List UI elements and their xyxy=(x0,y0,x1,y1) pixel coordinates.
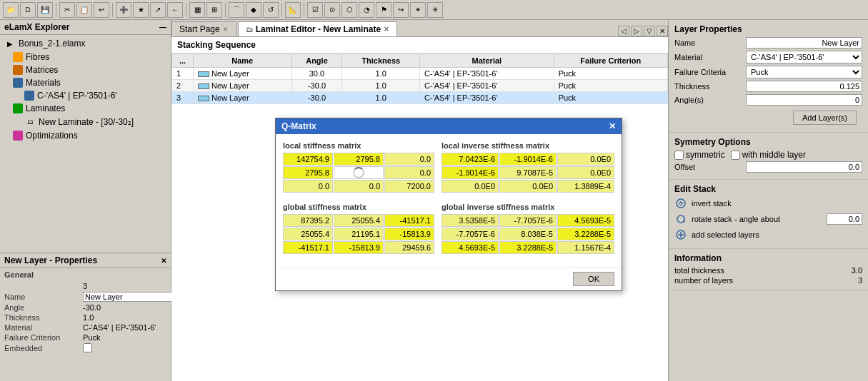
props-input-name[interactable] xyxy=(83,292,186,302)
invert-stack-item[interactable]: invert stack xyxy=(674,197,862,210)
total-thickness-label: total thickness xyxy=(674,266,834,275)
rp-material-select[interactable]: C-'AS4' | EP-'3501-6' xyxy=(746,51,862,64)
table-row[interactable]: 3 New Layer -30.0 1.0 C-'AS4' | EP-'3501… xyxy=(172,92,668,104)
tree-label-laminates: Laminates xyxy=(26,103,65,113)
dialog-close-btn[interactable]: ✕ xyxy=(609,121,616,131)
rotate-stack-input[interactable] xyxy=(827,213,862,225)
tree-item-fibres[interactable]: Fibres xyxy=(1,51,169,64)
toolbar-pie[interactable]: ◔ xyxy=(359,2,374,18)
rp-name-row: Name xyxy=(674,37,862,49)
offset-input[interactable] xyxy=(746,161,862,173)
nav-down[interactable]: ▽ xyxy=(644,26,655,36)
rp-angle-input[interactable] xyxy=(746,94,862,106)
matrix-cell: 3.5358E-5 xyxy=(442,214,499,227)
toolbar-open[interactable]: 📁 xyxy=(3,2,19,18)
toolbar-save[interactable]: 💾 xyxy=(37,2,53,18)
toolbar-back[interactable]: ← xyxy=(167,2,183,18)
symmetry-title: Symmetry Options xyxy=(674,137,862,147)
toolbar-checkbox[interactable]: ☑ xyxy=(307,2,323,18)
toolbar-sep1 xyxy=(56,3,56,17)
row-name: New Layer xyxy=(194,92,292,104)
toolbar-hex[interactable]: ⬡ xyxy=(341,2,357,18)
explorer-collapse[interactable]: — xyxy=(159,24,166,31)
middle-layer-checkbox[interactable] xyxy=(731,151,740,160)
dialog-ok-button[interactable]: OK xyxy=(573,272,614,286)
tree-item-project[interactable]: ▶ Bonus_2-1.elamx xyxy=(1,36,169,51)
table-row[interactable]: 2 New Layer -30.0 1.0 C-'AS4' | EP-'3501… xyxy=(172,80,668,92)
tree-item-materials[interactable]: Materials xyxy=(1,76,169,89)
tree-item-laminates[interactable]: Laminates xyxy=(1,102,169,115)
tab-start-page[interactable]: Start Page ✕ xyxy=(171,21,236,36)
matrix-cell: 142754.9 xyxy=(283,153,333,166)
rp-name-input[interactable] xyxy=(746,37,862,49)
local-stiffness-title: local stiffness matrix xyxy=(283,141,434,150)
tree-label-optimizations: Optimizations xyxy=(26,131,78,141)
tree-item-optimizations[interactable]: Optimizations xyxy=(1,129,169,142)
props-checkbox-embedded[interactable] xyxy=(83,343,92,352)
row-thickness: 1.0 xyxy=(342,68,420,80)
toolbar-asterisk[interactable]: ✳ xyxy=(427,2,443,18)
matrix-cell: 7200.0 xyxy=(384,180,434,193)
nav-left[interactable]: ◁ xyxy=(618,26,629,36)
rotate-stack-icon xyxy=(674,213,687,225)
toolbar-measure[interactable]: 📐 xyxy=(285,2,301,18)
props-value-material: C-'AS4' | EP-'3501-6' xyxy=(83,323,166,332)
toolbar-star[interactable]: ★ xyxy=(133,2,149,18)
toolbar-diamond[interactable]: ◆ xyxy=(246,2,261,18)
rp-thickness-input[interactable] xyxy=(746,81,862,92)
matrix-cell: 2795.8 xyxy=(283,166,333,179)
layer-props-section: Layer Properties Name Material C-'AS4' |… xyxy=(669,20,868,133)
toolbar-undo[interactable]: ↩ xyxy=(94,2,109,18)
add-selected-item[interactable]: add selected layers xyxy=(674,228,862,241)
matrix-cell: 4.5693E-5 xyxy=(442,241,499,254)
tab-laminat-editor[interactable]: 🗂 Laminat Editor - New Laminate ✕ xyxy=(238,21,397,36)
tree-item-material-as4[interactable]: C-'AS4' | EP-'3501-6' xyxy=(1,89,169,102)
matrix-cell: 4.5693E-5 xyxy=(557,214,614,227)
add-selected-label: add selected layers xyxy=(692,230,862,239)
toolbar-curve[interactable]: ⌒ xyxy=(229,2,244,18)
props-close[interactable]: ✕ xyxy=(161,257,166,265)
matrix-cell xyxy=(334,166,384,179)
props-value-thickness: 1.0 xyxy=(83,313,166,322)
props-label-name: Name xyxy=(4,293,83,301)
toolbar-cut[interactable]: ✂ xyxy=(59,2,75,18)
tree-item-laminate[interactable]: 🗂 New Laminate - [30/-30₂] xyxy=(1,115,169,129)
toolbar-arrow[interactable]: ↗ xyxy=(150,2,166,18)
toolbar-circle[interactable]: ⊙ xyxy=(324,2,340,18)
toolbar-table[interactable]: ⊞ xyxy=(206,2,222,18)
toolbar-hook[interactable]: ↪ xyxy=(393,2,409,18)
matrix-cell: 8.038E-5 xyxy=(499,228,557,240)
toolbar-grid[interactable]: ▦ xyxy=(189,2,205,18)
tab-start-close[interactable]: ✕ xyxy=(223,26,229,33)
symmetry-options-row: symmetric with middle layer xyxy=(674,150,862,160)
rp-fc-row: Failure Criteria Puck xyxy=(674,66,862,78)
symmetric-label: symmetric xyxy=(686,150,725,160)
dialog-titlebar: Q-Matrix ✕ xyxy=(276,118,622,134)
symmetric-checkbox[interactable] xyxy=(674,151,684,160)
nav-arrows: ◁ ▷ ▽ ✕ xyxy=(618,26,668,36)
global-inverse-block: global inverse stiffness matrix 3.5358E-… xyxy=(442,203,614,260)
rp-thickness-label: Thickness xyxy=(674,82,746,91)
nav-right[interactable]: ▷ xyxy=(631,26,642,36)
toolbar-add[interactable]: ➕ xyxy=(116,2,131,18)
nav-close[interactable]: ✕ xyxy=(657,26,668,36)
rp-fc-label: Failure Criteria xyxy=(674,68,746,76)
props-section-general: General xyxy=(0,268,171,281)
add-layer-button[interactable]: Add Layer(s) xyxy=(793,111,857,125)
toolbar-refresh[interactable]: ↺ xyxy=(263,2,279,18)
tree-item-matrices[interactable]: Matrices xyxy=(1,64,169,76)
info-title: Information xyxy=(674,253,862,263)
add-layer-container: Add Layer(s) xyxy=(674,108,862,128)
tab-laminat-close[interactable]: ✕ xyxy=(384,26,389,33)
toolbar-sep2 xyxy=(112,3,113,17)
toolbar-new[interactable]: 🗋 xyxy=(20,2,36,18)
toolbar-copy[interactable]: 📋 xyxy=(76,2,92,18)
toolbar-flag[interactable]: ⚑ xyxy=(376,2,391,18)
props-row-name: Name … xyxy=(0,291,171,303)
materials-icon xyxy=(13,78,23,88)
table-row[interactable]: 1 New Layer 30.0 1.0 C-'AS4' | EP-'3501-… xyxy=(172,68,668,80)
rp-fc-select[interactable]: Puck xyxy=(746,66,862,78)
right-panel: Layer Properties Name Material C-'AS4' |… xyxy=(668,20,868,381)
matrix-cell: -15813.9 xyxy=(334,241,384,254)
toolbar-star2[interactable]: ✴ xyxy=(410,2,426,18)
